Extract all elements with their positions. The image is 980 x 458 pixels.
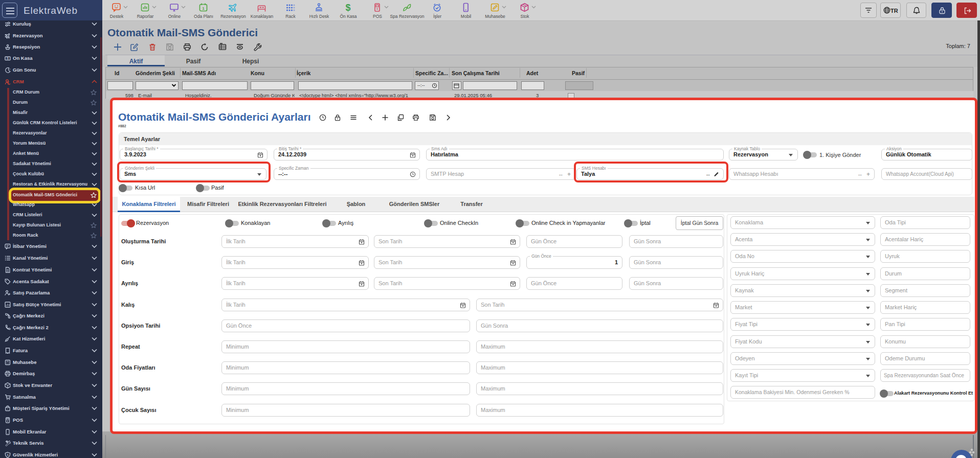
svg-text:$: $ — [345, 3, 350, 12]
svg-text:$: $ — [7, 57, 8, 60]
svg-text:$: $ — [7, 453, 8, 456]
svg-text:1: 1 — [202, 6, 205, 11]
